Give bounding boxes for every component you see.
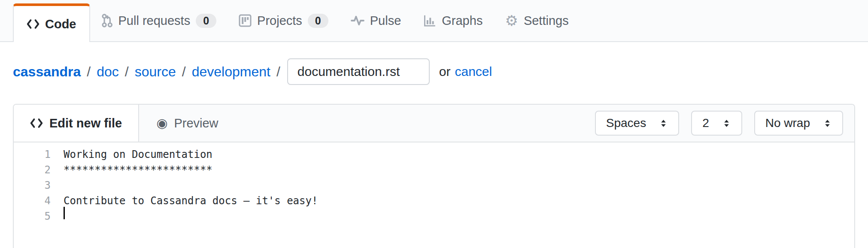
- breadcrumb-link-doc[interactable]: doc: [97, 64, 119, 80]
- breadcrumb-separator: /: [276, 64, 280, 80]
- breadcrumb-separator: /: [87, 64, 91, 80]
- code-line[interactable]: 2************************: [14, 162, 854, 178]
- code-icon: [30, 118, 43, 129]
- eye-icon: ◉: [156, 117, 167, 130]
- editor-header: Edit new file ◉ Preview Spaces 2 No wrap: [14, 105, 854, 142]
- code-line[interactable]: 5: [14, 209, 854, 224]
- tab-pull-requests[interactable]: Pull requests0: [90, 0, 228, 41]
- code-line[interactable]: 3: [14, 178, 854, 193]
- counter-badge: 0: [308, 14, 328, 28]
- code-editor[interactable]: 1Working on Documentation2**************…: [14, 142, 854, 224]
- line-text: Contribute to Cassandra docs — it's easy…: [64, 193, 318, 209]
- breadcrumb-link-development[interactable]: development: [192, 64, 270, 80]
- tab-label: Code: [45, 17, 76, 31]
- line-text: Working on Documentation: [64, 147, 212, 162]
- filename-input[interactable]: [287, 58, 430, 85]
- indent-mode-select[interactable]: Spaces: [595, 111, 679, 136]
- tab-label: Settings: [524, 14, 569, 28]
- project-icon: [239, 14, 252, 27]
- graph-icon: [423, 14, 436, 27]
- editor-controls: Spaces 2 No wrap: [595, 105, 854, 142]
- preview-tab-label: Preview: [174, 116, 218, 130]
- breadcrumb-separator: /: [125, 64, 129, 80]
- line-text: ************************: [64, 162, 212, 178]
- tab-label: Pulse: [370, 14, 401, 28]
- breadcrumb-separator: /: [182, 64, 186, 80]
- line-number: 4: [14, 193, 64, 209]
- tab-edit-new-file[interactable]: Edit new file: [14, 105, 139, 142]
- breadcrumb: cassandra / doc / source / development /…: [13, 57, 868, 86]
- edit-tab-label: Edit new file: [49, 116, 122, 130]
- file-editor: Edit new file ◉ Preview Spaces 2 No wrap…: [13, 104, 855, 248]
- or-label: or: [439, 64, 451, 79]
- text-cursor: [64, 207, 65, 219]
- cancel-link[interactable]: cancel: [455, 64, 492, 79]
- line-number: 3: [14, 178, 64, 193]
- tab-label: Pull requests: [118, 14, 191, 28]
- tab-preview[interactable]: ◉ Preview: [139, 105, 235, 142]
- code-line[interactable]: 4Contribute to Cassandra docs — it's eas…: [14, 193, 854, 209]
- pulse-icon: [351, 14, 364, 27]
- select-caret-icon: [823, 119, 832, 128]
- gear-icon: ⚙: [505, 13, 518, 28]
- pull-request-icon: [101, 14, 113, 27]
- code-icon: [27, 18, 39, 30]
- tab-settings[interactable]: ⚙Settings: [494, 0, 580, 41]
- wrap-mode-select[interactable]: No wrap: [754, 111, 843, 136]
- tab-label: Graphs: [442, 14, 483, 28]
- select-value: Spaces: [606, 116, 646, 130]
- select-value: No wrap: [765, 116, 810, 130]
- tab-label: Projects: [257, 14, 302, 28]
- breadcrumb-repo-link[interactable]: cassandra: [13, 64, 81, 80]
- tab-pulse[interactable]: Pulse: [340, 0, 413, 41]
- line-number: 2: [14, 162, 64, 178]
- tab-projects[interactable]: Projects0: [228, 0, 340, 41]
- select-caret-icon: [659, 119, 668, 128]
- indent-size-select[interactable]: 2: [691, 111, 742, 136]
- select-value: 2: [702, 116, 709, 130]
- breadcrumb-link-source[interactable]: source: [135, 64, 176, 80]
- tab-code[interactable]: Code: [13, 3, 90, 42]
- line-number: 1: [14, 147, 64, 162]
- code-line[interactable]: 1Working on Documentation: [14, 147, 854, 162]
- line-number: 5: [14, 209, 64, 224]
- repo-nav: Code Pull requests0 Projects0 Pulse Grap…: [0, 0, 868, 42]
- select-caret-icon: [722, 119, 731, 128]
- counter-badge: 0: [196, 14, 216, 28]
- tab-graphs[interactable]: Graphs: [412, 0, 494, 41]
